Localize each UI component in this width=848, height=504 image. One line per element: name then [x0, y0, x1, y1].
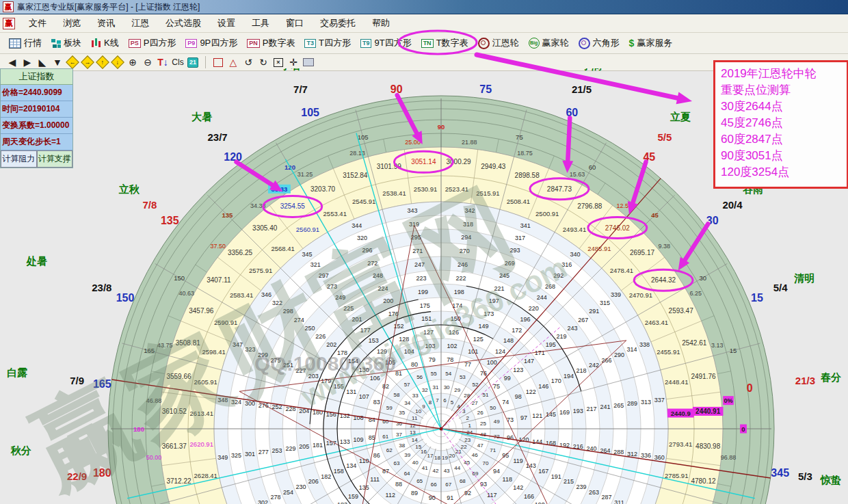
toolbar-item-板块[interactable]: 板块 [47, 36, 86, 51]
svg-text:6.25: 6.25 [689, 290, 702, 297]
t-shift-icon[interactable]: T↓ [156, 55, 170, 69]
svg-text:2847.73: 2847.73 [547, 185, 572, 193]
svg-text:322: 322 [272, 300, 282, 306]
toolbar-item-行情[interactable]: 行情 [4, 36, 47, 51]
svg-text:68: 68 [460, 478, 466, 484]
svg-text:31.25: 31.25 [297, 171, 313, 178]
svg-text:336: 336 [641, 452, 651, 459]
menu-item-3[interactable]: 江恩 [123, 16, 157, 31]
svg-text:秋分: 秋分 [10, 445, 31, 456]
svg-text:82: 82 [382, 383, 389, 390]
prev-arrow-icon[interactable]: ◀ [5, 55, 19, 69]
svg-text:3.13: 3.13 [711, 342, 724, 349]
svg-text:107: 107 [359, 393, 369, 400]
menu-item-2[interactable]: 资讯 [89, 16, 123, 31]
shift-right-icon[interactable]: → [81, 55, 94, 69]
9P四方形-badge-icon: P9 [185, 39, 197, 48]
info-row-2: 变换系数=1.00000 [1, 118, 72, 134]
toolbar-item-9T四方形[interactable]: T99T四方形 [356, 36, 416, 51]
rotate-step-down-icon[interactable]: ▼ [51, 55, 64, 69]
key-points-annotation-box: 2019年江恩轮中轮重要点位测算30度2644点45度2746点60度2847点… [713, 60, 848, 189]
toolbar-item-P四方形[interactable]: PSP四方形 [124, 36, 181, 51]
svg-text:345: 345 [771, 467, 789, 479]
svg-text:275: 275 [270, 357, 280, 364]
toolbar-item-T数字表[interactable]: TNT数字表 [416, 36, 473, 51]
triangle-tool-icon[interactable]: △ [226, 55, 240, 69]
svg-text:245: 245 [499, 272, 509, 279]
calendar-icon[interactable]: 21 [186, 55, 200, 69]
rotate-step-left-icon[interactable]: ◣ [36, 55, 49, 69]
calc-resistance-button[interactable]: 计算阻力 [1, 150, 37, 168]
svg-text:78: 78 [447, 356, 453, 363]
svg-text:2613.41: 2613.41 [190, 410, 213, 417]
menu-item-0[interactable]: 文件 [21, 16, 55, 31]
menu-item-8[interactable]: 交易委托 [312, 16, 364, 31]
svg-text:0: 0 [747, 382, 753, 394]
menu-item-1[interactable]: 浏览 [55, 16, 89, 31]
svg-text:0%: 0% [724, 397, 732, 404]
svg-text:197: 197 [489, 297, 499, 304]
toolbar-item-赢家服务[interactable]: $赢家服务 [624, 36, 678, 51]
menu-item-4[interactable]: 公式选股 [157, 16, 209, 31]
svg-text:30: 30 [444, 384, 450, 390]
screen-icon[interactable] [302, 55, 315, 69]
svg-text:215: 215 [564, 478, 574, 485]
menu-item-7[interactable]: 窗口 [278, 16, 312, 31]
toolbar-item-P数字表[interactable]: PNP数字表 [242, 36, 300, 51]
svg-text:40.63: 40.63 [179, 290, 195, 297]
svg-text:100: 100 [487, 359, 497, 366]
toolbar-item-T四方形[interactable]: T3T四方形 [300, 36, 355, 51]
menu-item-9[interactable]: 帮助 [364, 16, 398, 31]
toolbar-item-六角形[interactable]: 六角形 [574, 36, 624, 51]
rect-tool-icon[interactable] [211, 55, 225, 69]
svg-text:226: 226 [315, 333, 326, 340]
next-arrow-icon[interactable]: ▶ [21, 55, 34, 69]
svg-text:223: 223 [416, 275, 427, 282]
svg-text:小暑: 小暑 [280, 68, 301, 71]
toolbar-item-江恩轮[interactable]: 江恩轮 [473, 36, 524, 51]
svg-text:205: 205 [299, 443, 309, 450]
svg-text:183: 183 [337, 501, 347, 504]
shift-down-icon[interactable]: ↓ [111, 55, 124, 69]
svg-text:99: 99 [504, 375, 511, 382]
zoom-in-icon[interactable]: ⊕ [126, 55, 140, 69]
svg-text:97: 97 [520, 414, 527, 421]
toolbar-item-label: P数字表 [263, 37, 295, 49]
svg-text:3559.66: 3559.66 [166, 373, 191, 380]
svg-text:38: 38 [399, 442, 405, 449]
svg-text:294: 294 [461, 234, 471, 241]
svg-text:5/4: 5/4 [773, 282, 789, 293]
svg-text:65: 65 [416, 478, 423, 484]
svg-text:128: 128 [399, 336, 409, 343]
menu-item-6[interactable]: 工具 [243, 16, 278, 31]
toolbar-item-9P四方形[interactable]: P99P四方形 [181, 36, 242, 51]
svg-text:243: 243 [567, 325, 577, 332]
cls-button[interactable]: Cls [171, 55, 185, 69]
svg-text:129: 129 [377, 348, 387, 355]
svg-text:17: 17 [427, 453, 433, 459]
svg-text:348: 348 [217, 397, 228, 403]
delete-box-icon[interactable]: × [271, 55, 285, 69]
shift-left-icon[interactable]: ← [66, 55, 79, 69]
svg-text:90: 90 [438, 123, 445, 131]
rotate-cw-icon[interactable]: ↻ [256, 55, 270, 69]
svg-text:167: 167 [538, 468, 548, 475]
svg-text:30: 30 [699, 274, 706, 282]
svg-text:121: 121 [532, 412, 542, 419]
calc-support-button[interactable]: 计算支撑 [37, 150, 73, 168]
toolbar-item-赢家轮[interactable]: Big赢家轮 [524, 36, 574, 51]
svg-text:21/5: 21/5 [572, 83, 592, 95]
shift-up-icon[interactable]: ↑ [96, 55, 109, 69]
toolbar-item-K线[interactable]: K线 [86, 36, 124, 51]
fit-center-icon[interactable]: ✛ [287, 55, 300, 69]
zoom-out-icon[interactable]: ⊖ [141, 55, 155, 69]
svg-text:314: 314 [626, 346, 637, 353]
rotate-ccw-icon[interactable]: ↺ [241, 55, 255, 69]
svg-text:37: 37 [396, 432, 402, 438]
svg-text:21.88: 21.88 [462, 139, 477, 146]
svg-text:83: 83 [373, 399, 380, 406]
svg-text:203: 203 [308, 373, 319, 380]
menu-item-5[interactable]: 设置 [209, 16, 243, 31]
svg-text:43.75: 43.75 [157, 342, 173, 349]
svg-text:2793.41: 2793.41 [669, 440, 692, 448]
